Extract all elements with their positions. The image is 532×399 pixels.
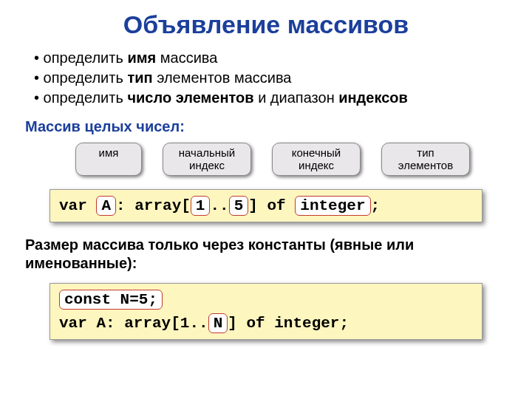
chip-element-type: integer (295, 196, 370, 216)
bullet-list: определить имя массива определить тип эл… (34, 48, 508, 108)
text-bold: имя (127, 50, 156, 66)
code-text: var A: array[1.. (59, 315, 208, 332)
code-text: ] of integer; (228, 315, 349, 332)
text: определить (44, 89, 128, 106)
pill-start-index: начальный индекс (163, 143, 251, 176)
code-text: ] of (248, 197, 295, 214)
text: элементов массива (153, 69, 292, 86)
code-box-declaration: var A: array[1..5] of integer; (50, 189, 482, 223)
text: массива (156, 50, 217, 66)
text-bold: индексов (338, 89, 408, 106)
code-text: var (59, 197, 96, 214)
code-text: .. (210, 197, 228, 214)
chip-index-start: 1 (191, 196, 211, 216)
text: и диапазон (254, 89, 339, 106)
chip-const-n: N (208, 313, 228, 333)
page-title: Объявление массивов (24, 10, 508, 39)
pill-element-type-text: тип элементов (392, 146, 459, 172)
pill-end-index-text: конечный индекс (283, 146, 349, 172)
pill-start-index-text: начальный индекс (174, 146, 240, 172)
list-item: определить имя массива (34, 48, 508, 68)
list-item: определить число элементов и диапазон ин… (34, 88, 508, 108)
text: определить (44, 50, 128, 66)
subheading-integers: Массив целых чисел: (25, 118, 508, 135)
chip-array-name: A (96, 196, 116, 216)
pill-end-index: конечный индекс (272, 143, 361, 176)
text-bold: тип (127, 69, 152, 86)
pill-name: имя (75, 143, 142, 176)
text-bold: число элементов (127, 89, 253, 106)
subheading-constants: Размер массива только через константы (я… (25, 236, 508, 273)
label-pills-row: имя начальный индекс конечный индекс тип… (75, 143, 508, 176)
chip-const-line: const N=5; (59, 290, 163, 310)
text: определить (44, 69, 128, 86)
chip-index-end: 5 (229, 196, 249, 216)
code-text: ; (371, 197, 381, 214)
slide: Объявление массивов определить имя масси… (0, 0, 532, 340)
code-text: : array[ (116, 197, 191, 214)
subheading-constants-text: Размер массива только через константы (я… (25, 236, 498, 273)
list-item: определить тип элементов массива (34, 68, 508, 88)
pill-element-type: тип элементов (381, 143, 470, 176)
code-box-const: const N=5; var A: array[1..N] of integer… (50, 283, 482, 340)
